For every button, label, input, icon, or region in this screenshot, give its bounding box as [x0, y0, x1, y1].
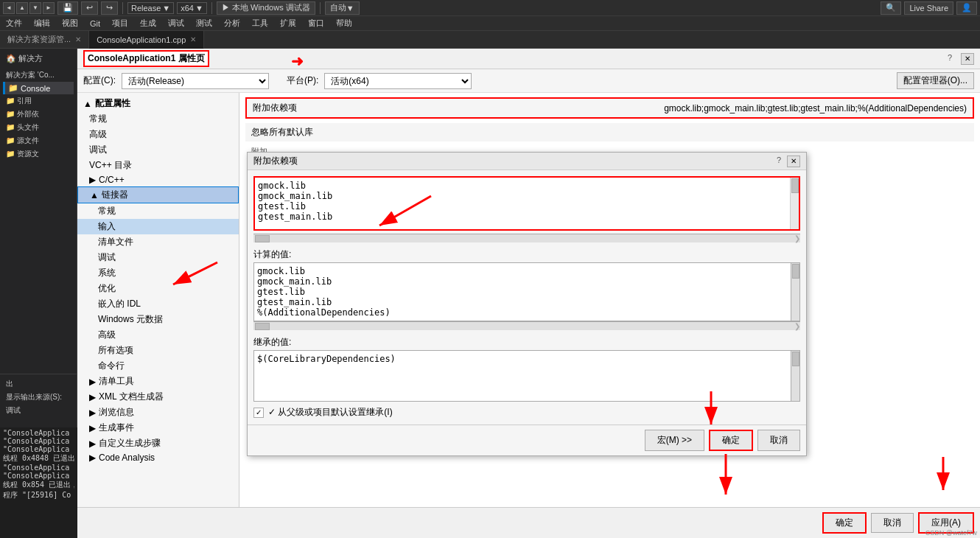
debug-run-label: ▶ 本地 Windows 调试器: [222, 2, 310, 13]
menu-test[interactable]: 测试: [193, 16, 215, 30]
tb-btn-2[interactable]: ▲: [16, 2, 28, 14]
menu-build[interactable]: 生成: [137, 16, 159, 30]
tree-vc-dirs[interactable]: VC++ 目录: [77, 158, 239, 173]
tree-linker[interactable]: ▲ 链接器: [77, 186, 239, 203]
tab-solution-explorer[interactable]: 解决方案资源管... ✕: [0, 31, 89, 49]
calc-h-scroll[interactable]: ❯: [253, 321, 800, 330]
inner-dialog-buttons: 宏(M) >> 确定 取消: [248, 425, 806, 455]
inherit-checkbox[interactable]: ✓: [253, 408, 264, 418]
tb-btn-1[interactable]: ◄: [3, 2, 15, 14]
tab-cpp-file[interactable]: ConsoleApplication1.cpp ✕: [89, 31, 204, 49]
tree-advanced[interactable]: 高级: [77, 127, 239, 142]
release-dropdown[interactable]: Release ▼: [127, 2, 174, 14]
tb-btn-4[interactable]: ►: [43, 2, 55, 14]
prop-close-btn[interactable]: ✕: [961, 53, 974, 65]
tree-linker-input[interactable]: 输入: [77, 219, 239, 234]
tree-manifest[interactable]: 清单文件: [77, 234, 239, 250]
tree-all-options[interactable]: 所有选项: [77, 343, 239, 358]
tree-linker-advanced[interactable]: 高级: [77, 327, 239, 343]
user-btn[interactable]: 👤: [956, 1, 977, 15]
tree-system[interactable]: 系统: [77, 265, 239, 281]
calc-line-3: gtest.lib: [257, 287, 788, 297]
sidebar-extern-deps[interactable]: 📁 外部依: [3, 108, 74, 121]
console-line-4: 线程 0x4848 已退出，: [3, 453, 74, 464]
sidebar-resource[interactable]: 📁 资源文: [3, 147, 74, 161]
console-line-8: 程序 "[25916] Co: [3, 490, 74, 500]
tree-idl[interactable]: 嵌入的 IDL: [77, 296, 239, 312]
calc-scrollbar[interactable]: [791, 263, 799, 321]
console-line-7: 线程 0x854 已退出，: [3, 480, 74, 490]
toolbar-undo[interactable]: ↩: [81, 1, 98, 15]
menu-project[interactable]: 项目: [109, 16, 131, 30]
prop-ok-btn[interactable]: 确定: [822, 512, 867, 534]
tb-btn-3[interactable]: ▼: [29, 2, 41, 14]
tab-cpp-close[interactable]: ✕: [190, 35, 196, 43]
platform-dropdown[interactable]: x64 ▼: [177, 2, 207, 14]
inner-dialog-controls: ? ✕: [777, 156, 800, 167]
calc-label: 计算的值:: [253, 248, 800, 261]
input-line-2: gmock_main.lib: [258, 191, 787, 201]
sidebar-item-1[interactable]: 解决方案 'Co...: [3, 69, 74, 82]
search-btn[interactable]: 🔍: [881, 1, 901, 15]
input-scrollbar[interactable]: [790, 178, 799, 229]
prop-cancel-btn[interactable]: 取消: [871, 513, 914, 533]
console-line-5: "ConsoleApplica: [3, 464, 74, 472]
tree-linker-debug[interactable]: 调试: [77, 250, 239, 265]
inner-macro-btn[interactable]: 宏(M) >>: [645, 430, 704, 451]
toolbar: 💾 ↩ ↪ Release ▼ x64 ▼ ▶ 本地 Windows 调试器 自…: [57, 1, 977, 15]
tree-code-analysis[interactable]: ▶ Code Analysis: [77, 451, 239, 464]
tree-xml-gen[interactable]: ▶ XML 文档生成器: [77, 389, 239, 405]
input-area[interactable]: gmock.lib gmock_main.lib gtest.lib gtest…: [255, 178, 790, 229]
toolbar-redo[interactable]: ↪: [101, 1, 118, 15]
config-select[interactable]: 活动(Release): [122, 73, 269, 89]
input-h-scroll[interactable]: ❯: [253, 234, 800, 242]
sidebar-header[interactable]: 📁 头文件: [3, 121, 74, 134]
tree-debug[interactable]: 调试: [77, 142, 239, 158]
menu-edit[interactable]: 编辑: [31, 16, 53, 30]
liveshare-btn[interactable]: Live Share: [904, 1, 953, 15]
menu-git[interactable]: Git: [87, 18, 103, 29]
tree-cpp[interactable]: ▶ C/C++: [77, 173, 239, 186]
auto-dropdown[interactable]: 自动 ▼: [325, 1, 360, 15]
tree-linker-general[interactable]: 常规: [77, 203, 239, 219]
watermark: CSDN @watef7w: [925, 529, 977, 537]
inherit-scrollbar[interactable]: [791, 351, 799, 401]
menu-debug[interactable]: 调试: [165, 16, 187, 30]
config-row: 配置(C): 活动(Release) 平台(P): 活动(x64) 配置管理器(…: [77, 69, 980, 93]
inner-ok-btn[interactable]: 确定: [709, 430, 753, 451]
tree-custom-build[interactable]: ▶ 自定义生成步骤: [77, 436, 239, 451]
menu-bar: 文件 编辑 视图 Git 项目 生成 调试 测试 分析 工具 扩展 窗口 帮助: [0, 16, 980, 31]
sidebar-source[interactable]: 📁 源文件: [3, 134, 74, 147]
menu-file[interactable]: 文件: [3, 16, 25, 30]
menu-tools[interactable]: 工具: [249, 16, 271, 30]
calc-h-scroll-right: ❯: [794, 322, 800, 330]
sidebar-ref[interactable]: 📁 引用: [3, 94, 74, 108]
menu-view[interactable]: 视图: [59, 16, 81, 30]
tree-windows-meta[interactable]: Windows 元数据: [77, 312, 239, 327]
tree-cmdline[interactable]: 命令行: [77, 358, 239, 374]
tree-browse[interactable]: ▶ 浏览信息: [77, 405, 239, 420]
debug-run-btn[interactable]: ▶ 本地 Windows 调试器: [217, 1, 315, 15]
inner-cancel-btn[interactable]: 取消: [757, 430, 800, 451]
tree-code-expand: ▶: [89, 453, 96, 463]
tab-solution-close[interactable]: ✕: [75, 35, 81, 43]
tree-general[interactable]: 常规: [77, 111, 239, 127]
menu-analyze[interactable]: 分析: [221, 16, 243, 30]
toolbar-save[interactable]: 💾: [57, 1, 78, 15]
inner-close-btn[interactable]: ✕: [787, 156, 800, 167]
tree-manifest-tool[interactable]: ▶ 清单工具: [77, 374, 239, 389]
platform-select[interactable]: 活动(x64): [324, 73, 472, 89]
liveshare-label: Live Share: [909, 4, 948, 13]
calc-scroll-thumb: [792, 264, 799, 279]
sidebar-home[interactable]: 🏠 解决方: [3, 52, 74, 66]
menu-window[interactable]: 窗口: [305, 16, 327, 30]
tree-build-event[interactable]: ▶ 生成事件: [77, 420, 239, 436]
menu-help[interactable]: 帮助: [333, 16, 355, 30]
tree-optimize[interactable]: 优化: [77, 281, 239, 296]
sidebar-bottom-btn[interactable]: 出: [3, 377, 77, 391]
sidebar-output-source[interactable]: 显示输出来源(S):: [3, 391, 77, 404]
sidebar-item-console[interactable]: 📁 Console: [3, 82, 74, 94]
config-manage-btn[interactable]: 配置管理器(O)...: [897, 72, 974, 89]
toolbar-sep-3: [320, 2, 321, 14]
menu-extensions[interactable]: 扩展: [277, 16, 299, 30]
